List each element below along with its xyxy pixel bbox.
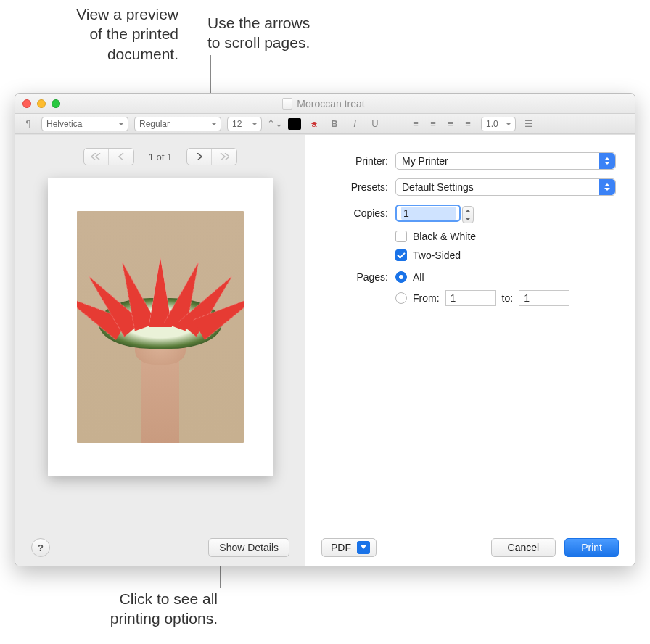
twosided-label: Two-Sided [413,249,461,261]
document-title-text: Moroccan treat [297,98,364,110]
help-icon: ? [38,542,44,553]
to-value: 1 [524,292,530,304]
bold-icon[interactable]: B [327,117,342,131]
pager-forward-group [186,148,237,165]
presets-row: Presets: Default Settings [324,178,616,196]
printer-label: Printer: [324,155,388,167]
cancel-label: Cancel [508,542,540,553]
callout-preview: View a previewof the printeddocument. [26,4,178,64]
presets-select[interactable]: Default Settings [395,178,616,196]
twosided-row: Two-Sided [395,249,616,261]
app-window: Moroccan treat ¶ Helvetica Regular 12 ⌃⌄… [15,93,635,566]
presets-value: Default Settings [402,181,474,193]
spacing-value: 1.0 [486,119,498,129]
pager-next-icon[interactable] [187,149,212,165]
print-label: Print [581,542,602,553]
help-button[interactable]: ? [31,538,50,557]
pager-last-icon[interactable] [212,149,236,165]
pages-range-row: From: 1 to: 1 [395,290,616,306]
preview-image [77,211,244,443]
callout-arrows: Use the arrowsto scroll pages. [207,13,338,53]
pager-first-icon[interactable] [84,149,109,165]
preview-pane: 1 of 1 [15,135,305,566]
paragraph-icon: ¶ [21,117,36,131]
italic-icon[interactable]: I [347,117,362,131]
dropdown-arrows-icon [599,153,615,169]
presets-label: Presets: [324,181,388,193]
pages-from-radio[interactable] [395,292,407,304]
printer-value: My Printer [402,155,448,167]
pages-all-label: All [413,271,424,283]
show-details-button[interactable]: Show Details [208,538,289,557]
format-toolbar: ¶ Helvetica Regular 12 ⌃⌄ a B I U ≡ ≡ ≡ … [15,114,635,134]
pager-label: 1 of 1 [143,152,178,162]
to-label: to: [502,292,514,304]
size-stepper-icon[interactable]: ⌃⌄ [268,117,282,131]
size-select[interactable]: 12 [227,117,262,131]
from-input[interactable]: 1 [445,290,496,306]
preview-page [48,178,273,476]
align-justify-icon[interactable]: ≡ [461,117,475,131]
pdf-button[interactable]: PDF [321,538,377,557]
style-value: Regular [139,119,170,129]
pdf-label: PDF [331,542,351,553]
copies-row: Copies: 1 [324,205,616,222]
stepper-arrows-icon[interactable] [462,206,474,223]
bw-row: Black & White [395,231,616,242]
print-button[interactable]: Print [564,538,619,557]
align-left-icon[interactable]: ≡ [408,117,423,131]
document-title: Moroccan treat [60,98,587,110]
options-pane: Printer: My Printer Presets: Default Set… [305,135,635,566]
align-center-icon[interactable]: ≡ [426,117,440,131]
from-value: 1 [451,292,456,304]
dropdown-arrows-icon [599,179,615,195]
print-dialog: 1 of 1 [15,134,635,566]
minimize-icon[interactable] [37,99,46,108]
callout-details: Click to see allprinting options. [73,589,218,629]
font-value: Helvetica [46,119,82,129]
size-value: 12 [232,119,242,129]
pages-row: Pages: All [324,271,616,283]
copies-stepper[interactable]: 1 [395,205,461,222]
spacing-select[interactable]: 1.0 [481,117,516,131]
page-navigator: 1 of 1 [31,148,289,165]
pages-label: Pages: [324,271,388,283]
pages-all-radio[interactable] [395,271,407,283]
pager-back-group [83,148,134,165]
bw-checkbox[interactable] [395,231,407,242]
chevron-down-icon [357,541,370,554]
underline-icon[interactable]: U [368,117,382,131]
alignment-group: ≡ ≡ ≡ ≡ [408,117,475,131]
font-select[interactable]: Helvetica [41,117,128,131]
list-icon[interactable]: ☰ [522,117,536,131]
bw-label: Black & White [413,231,476,242]
window-controls [22,99,60,108]
style-select[interactable]: Regular [134,117,221,131]
twosided-checkbox[interactable] [395,249,407,261]
copies-value: 1 [401,207,456,220]
to-input[interactable]: 1 [519,290,569,306]
text-color-swatch[interactable] [288,118,301,130]
zoom-icon[interactable] [52,99,60,108]
document-icon [282,98,292,110]
titlebar: Moroccan treat [15,94,635,114]
strikethrough-icon[interactable]: a [307,117,321,131]
dialog-bottom-bar: PDF Cancel Print [305,527,635,566]
show-details-label: Show Details [219,542,279,553]
cancel-button[interactable]: Cancel [491,538,556,557]
copies-label: Copies: [324,207,388,219]
close-icon[interactable] [22,99,31,108]
align-right-icon[interactable]: ≡ [443,117,458,131]
pager-prev-icon[interactable] [109,149,133,165]
from-label: From: [413,292,440,304]
printer-row: Printer: My Printer [324,152,616,170]
printer-select[interactable]: My Printer [395,152,616,170]
